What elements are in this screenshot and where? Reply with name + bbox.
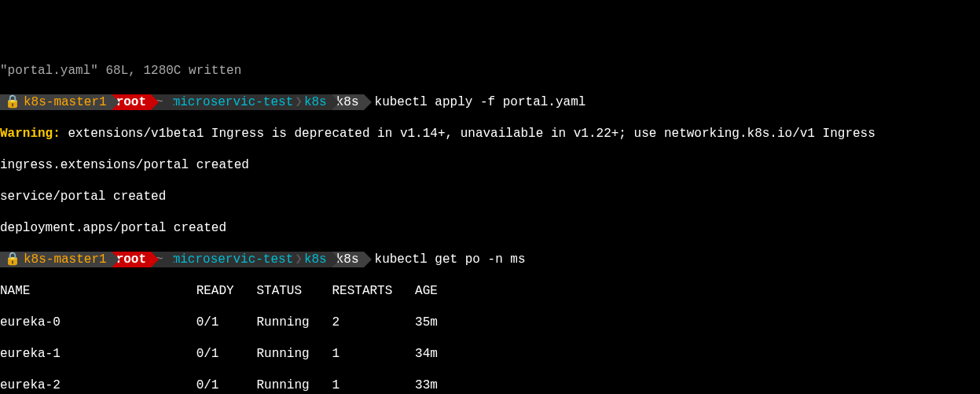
table-row: eureka-1 0/1 Running 1 34m	[0, 346, 980, 362]
chevron-right-icon: ❯	[295, 95, 303, 109]
prompt-host: k8s-master1	[24, 95, 107, 109]
table-row: eureka-2 0/1 Running 1 33m	[0, 377, 980, 393]
output-line: service/portal created	[0, 189, 980, 204]
lock-icon: 🔒	[5, 252, 20, 267]
table-row: eureka-0 0/1 Running 2 35m	[0, 315, 980, 330]
prompt-dir2: k8s	[304, 95, 327, 109]
warning-line: Warning: extensions/v1beta1 Ingress is d…	[0, 126, 980, 142]
warning-text: extensions/v1beta1 Ingress is deprecated…	[61, 127, 875, 141]
prompt-dir1: microservic-test	[173, 95, 294, 109]
command-2: kubectl get po -n ms	[375, 252, 526, 267]
output-line: deployment.apps/portal created	[0, 220, 980, 236]
chevron-right-icon: ❯	[295, 252, 303, 267]
editor-status-line: "portal.yaml" 68L, 1280C written	[0, 63, 980, 79]
warning-label: Warning:	[0, 127, 61, 141]
prompt-1[interactable]: 🔒k8s-master1root~microservic-test❯k8sk8s…	[0, 94, 980, 110]
lock-icon: 🔒	[5, 95, 20, 109]
output-line: ingress.extensions/portal created	[0, 157, 980, 173]
command-1: kubectl apply -f portal.yaml	[375, 95, 586, 109]
prompt-dir2b: k8s	[336, 95, 359, 109]
prompt-user: root	[116, 95, 146, 109]
prompt-2[interactable]: 🔒k8s-master1root~microservic-test❯k8sk8s…	[0, 252, 980, 267]
table-header: NAME READY STATUS RESTARTS AGE	[0, 283, 980, 299]
